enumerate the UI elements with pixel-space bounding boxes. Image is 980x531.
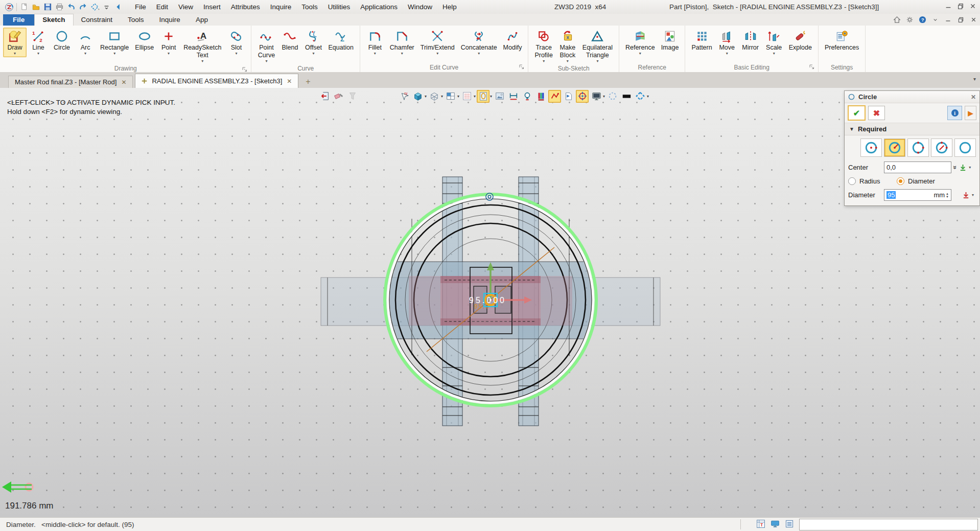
- ribbon-button-rectangle[interactable]: Rectangle▾: [97, 28, 132, 57]
- dropdown-arrow-icon[interactable]: ▾: [201, 59, 203, 64]
- close-tab-icon[interactable]: ✕: [287, 78, 292, 85]
- diameter-options-dropdown-icon[interactable]: ▾: [972, 193, 974, 197]
- dropdown-arrow-icon[interactable]: ▾: [401, 52, 403, 56]
- dropdown-arrow-icon[interactable]: ▾: [567, 59, 569, 64]
- sketch-canvas[interactable]: <LEFT-CLICK> TO ACTIVATE DYNAMIC PICK IN…: [0, 88, 980, 518]
- dropdown-arrow-icon[interactable]: ▾: [84, 52, 86, 56]
- window-minimize-button[interactable]: [943, 2, 953, 11]
- ribbon-button-point-curve[interactable]: Point Curve▾: [254, 28, 278, 65]
- ribbon-button-draw[interactable]: Draw▾: [3, 28, 27, 57]
- open-folder-icon[interactable]: [30, 1, 42, 13]
- home-icon[interactable]: [892, 15, 901, 24]
- required-section-header[interactable]: ▼ Required: [845, 123, 979, 135]
- menu-tools[interactable]: Tools: [296, 2, 323, 12]
- document-list-icon[interactable]: [785, 519, 795, 529]
- dropdown-arrow-icon[interactable]: ▾: [14, 52, 16, 56]
- ribbon-tab-file[interactable]: File: [3, 14, 34, 26]
- dropdown-arrow-icon[interactable]: ▾: [543, 59, 545, 64]
- dialog-launcher-icon[interactable]: [519, 64, 524, 70]
- display-icon[interactable]: [771, 519, 781, 529]
- ribbon-button-equilateral-triangle[interactable]: Equilateral Triangle▾: [579, 28, 616, 65]
- window-restore-button[interactable]: [955, 2, 966, 11]
- menu-insert[interactable]: Insert: [198, 2, 226, 12]
- menu-help[interactable]: Help: [437, 2, 462, 12]
- ribbon-tab-tools[interactable]: Tools: [120, 14, 152, 26]
- status-command-input[interactable]: [799, 519, 978, 530]
- circle-mode-three-point[interactable]: [907, 138, 929, 157]
- dialog-launcher-icon[interactable]: [242, 67, 247, 72]
- menu-view[interactable]: View: [173, 2, 198, 12]
- panel-close-icon[interactable]: ✕: [971, 94, 976, 101]
- ribbon-button-image[interactable]: Image: [658, 28, 682, 57]
- collapse-back-icon[interactable]: [112, 1, 124, 13]
- close-tab-icon[interactable]: ✕: [121, 79, 126, 86]
- undo-icon[interactable]: [65, 1, 77, 13]
- ribbon-button-preferences[interactable]: Preferences: [822, 28, 862, 57]
- circle-mode-boundary[interactable]: [954, 138, 976, 157]
- ribbon-button-chamfer[interactable]: Chamfer▾: [387, 28, 417, 57]
- ribbon-tab-app[interactable]: App: [188, 14, 216, 26]
- ribbon-button-mirror[interactable]: Mirror: [739, 28, 762, 57]
- close-icon[interactable]: [969, 15, 978, 24]
- dropdown-arrow-icon[interactable]: ▾: [265, 59, 267, 64]
- flip-button[interactable]: ▶: [965, 106, 976, 120]
- dropdown-arrow-icon[interactable]: ▾: [596, 59, 598, 64]
- save-icon[interactable]: [42, 1, 54, 13]
- info-button[interactable]: i: [947, 106, 962, 120]
- dialog-launcher-icon[interactable]: [809, 64, 814, 70]
- menu-window[interactable]: Window: [403, 2, 437, 12]
- circle-mode-center-radius[interactable]: [860, 138, 882, 157]
- ribbon-button-make-block[interactable]: xMake Block▾: [556, 28, 579, 65]
- ribbon-button-modify[interactable]: Modify: [500, 28, 525, 57]
- dropdown-arrow-icon[interactable]: ▾: [235, 52, 237, 56]
- cancel-button[interactable]: ✖: [868, 106, 885, 120]
- menu-inquire[interactable]: Inquire: [265, 2, 296, 12]
- menu-applications[interactable]: Applications: [355, 2, 403, 12]
- document-tab-master-rod-final[interactable]: Master Rod final.Z3 - [Master Rod]✕: [8, 76, 133, 88]
- ribbon-button-readysketch-text[interactable]: AReadySketch Text▾: [180, 28, 224, 65]
- text-table-icon[interactable]: T: [756, 519, 766, 529]
- ribbon-button-line[interactable]: 12Line▾: [27, 28, 50, 57]
- center-input[interactable]: 0,0: [884, 161, 951, 173]
- ribbon-button-arc[interactable]: Arc▾: [74, 28, 97, 57]
- ribbon-button-reference[interactable]: REFReference▾: [622, 28, 658, 57]
- ribbon-button-equation[interactable]: ΣEquation: [325, 28, 356, 57]
- diameter-spinner[interactable]: ▲▼: [946, 192, 949, 198]
- ribbon-button-point[interactable]: Point▾: [157, 28, 180, 57]
- pick-diameter-icon[interactable]: [962, 191, 970, 199]
- minimize-icon[interactable]: [943, 15, 952, 24]
- dropdown-arrow-icon[interactable]: ▾: [37, 52, 39, 56]
- gear-icon[interactable]: [905, 15, 914, 24]
- dropdown-arrow-icon[interactable]: ▾: [312, 52, 314, 56]
- circle-mode-center-point[interactable]: [884, 138, 905, 157]
- help-dropdown-icon[interactable]: [930, 15, 940, 24]
- help-icon[interactable]: ?: [918, 15, 927, 24]
- ribbon-button-pattern[interactable]: Pattern: [688, 28, 715, 57]
- ribbon-tab-inquire[interactable]: Inquire: [152, 14, 188, 26]
- center-options-dropdown-icon[interactable]: ▾: [969, 165, 971, 170]
- redo-icon[interactable]: [77, 1, 89, 13]
- print-icon[interactable]: [54, 1, 65, 13]
- ribbon-button-explode[interactable]: Explode: [786, 28, 815, 57]
- new-document-icon[interactable]: [18, 1, 30, 13]
- expand-chevron-icon[interactable]: »: [951, 166, 959, 169]
- window-close-button[interactable]: [968, 2, 978, 11]
- ribbon-button-offset[interactable]: Offset▾: [301, 28, 325, 57]
- ribbon-tab-sketch[interactable]: Sketch: [34, 14, 73, 26]
- new-tab-button[interactable]: +: [300, 77, 315, 86]
- ribbon-button-slot[interactable]: Slot▾: [224, 28, 248, 57]
- dropdown-arrow-icon[interactable]: ▾: [168, 52, 170, 56]
- menu-utilities[interactable]: Utilities: [323, 2, 356, 12]
- circle-mode-two-point[interactable]: [931, 138, 952, 157]
- ribbon-button-move[interactable]: Move▾: [715, 28, 739, 57]
- ribbon-button-circle[interactable]: Circle: [50, 28, 74, 57]
- ribbon-button-blend[interactable]: Blend: [278, 28, 301, 57]
- menu-edit[interactable]: Edit: [151, 2, 173, 12]
- ribbon-button-ellipse[interactable]: Ellipse: [132, 28, 157, 57]
- tab-scroll-icon[interactable]: ▾: [973, 76, 976, 82]
- selector-diamond-icon[interactable]: [89, 1, 101, 13]
- ribbon-button-trim-extend[interactable]: Trim/Extend▾: [417, 28, 458, 57]
- ribbon-button-scale[interactable]: Scale▾: [762, 28, 786, 57]
- pick-center-icon[interactable]: [959, 164, 967, 171]
- dropdown-arrow-icon[interactable]: ▾: [773, 52, 775, 56]
